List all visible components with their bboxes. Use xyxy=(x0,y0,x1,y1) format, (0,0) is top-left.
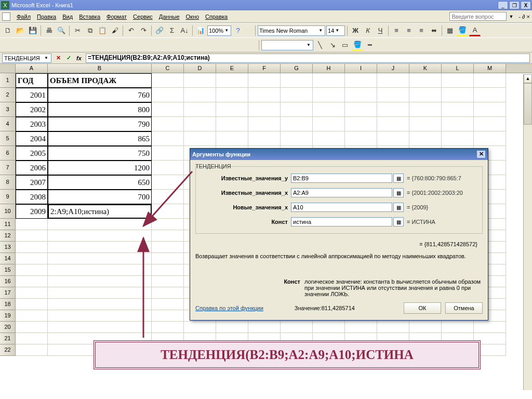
cell[interactable] xyxy=(281,88,313,102)
cell[interactable] xyxy=(16,344,48,356)
menu-view[interactable]: Вид xyxy=(59,12,76,21)
cell[interactable] xyxy=(216,102,248,117)
cell[interactable] xyxy=(442,88,474,102)
cell[interactable] xyxy=(248,102,281,117)
cell[interactable] xyxy=(474,102,506,117)
cell[interactable]: 865 xyxy=(48,131,152,146)
menu-help[interactable]: Справка xyxy=(202,12,231,21)
cell[interactable] xyxy=(248,322,281,333)
row-header[interactable]: 17 xyxy=(0,287,16,299)
cell[interactable] xyxy=(345,88,377,102)
cell[interactable] xyxy=(313,117,345,131)
cell[interactable] xyxy=(377,102,409,117)
cell[interactable] xyxy=(216,88,248,102)
arg-y-input[interactable] xyxy=(291,174,392,183)
row-header[interactable]: 6 xyxy=(0,146,16,161)
cell[interactable] xyxy=(152,264,184,276)
row-header[interactable]: 18 xyxy=(0,299,16,310)
row-header[interactable]: 8 xyxy=(0,175,16,190)
cell[interactable]: 2003 xyxy=(16,117,48,131)
minimize-button[interactable]: _ xyxy=(498,1,508,9)
col-header-I[interactable]: I xyxy=(345,64,377,73)
cell[interactable] xyxy=(16,253,48,264)
new-icon[interactable]: 🗋 xyxy=(2,25,14,36)
menu-file[interactable]: Файл xyxy=(14,12,34,21)
row-header[interactable]: 1 xyxy=(0,73,16,88)
col-header-A[interactable]: A xyxy=(16,64,48,73)
row-header[interactable]: 7 xyxy=(0,161,16,175)
row-header[interactable]: 20 xyxy=(0,322,16,333)
cell[interactable] xyxy=(184,102,216,117)
arg-x-range-icon[interactable]: ▦ xyxy=(393,188,404,197)
cell[interactable] xyxy=(216,73,248,88)
cell[interactable] xyxy=(184,73,216,88)
cell[interactable] xyxy=(345,73,377,88)
menu-service[interactable]: Сервис xyxy=(130,12,156,21)
cell[interactable] xyxy=(16,333,48,344)
arg-y-range-icon[interactable]: ▦ xyxy=(393,174,404,183)
menu-window[interactable]: Окно xyxy=(183,12,203,21)
row-header[interactable]: 13 xyxy=(0,242,16,253)
cell[interactable] xyxy=(152,161,184,175)
cell[interactable] xyxy=(281,131,313,146)
row-header[interactable]: 12 xyxy=(0,230,16,242)
menu-format[interactable]: Формат xyxy=(103,12,130,21)
cell[interactable] xyxy=(152,276,184,287)
arg-const-input[interactable] xyxy=(291,217,392,227)
cell[interactable]: 700 xyxy=(48,190,152,204)
cell[interactable] xyxy=(442,102,474,117)
align-center-icon[interactable]: ≡ xyxy=(403,25,415,36)
menu-data[interactable]: Данные xyxy=(156,12,183,21)
cell[interactable]: 2007 xyxy=(16,175,48,190)
cell[interactable] xyxy=(16,264,48,276)
cell[interactable] xyxy=(442,117,474,131)
col-header-M[interactable]: M xyxy=(474,64,506,73)
undo-icon[interactable]: ↶ xyxy=(125,25,137,36)
cell[interactable] xyxy=(48,299,152,310)
row-header[interactable]: 4 xyxy=(0,117,16,131)
help-icon[interactable]: ? xyxy=(232,25,244,36)
cell[interactable] xyxy=(48,253,152,264)
dialog-help-link[interactable]: Справка по этой функции xyxy=(195,305,263,311)
drawing-line-style-icon[interactable]: ━ xyxy=(364,39,376,51)
cell[interactable] xyxy=(152,102,184,117)
cell[interactable] xyxy=(152,310,184,322)
cell[interactable] xyxy=(377,131,409,146)
scroll-thumb[interactable] xyxy=(524,83,532,125)
cell[interactable] xyxy=(152,73,184,88)
zoom-combo[interactable]: 100%▼ xyxy=(207,25,231,36)
cell[interactable] xyxy=(474,88,506,102)
col-header-B[interactable]: B xyxy=(48,64,152,73)
col-header-K[interactable]: K xyxy=(409,64,442,73)
drawing-shape-combo[interactable]: ▼ xyxy=(261,40,313,50)
dialog-ok-button[interactable]: ОК xyxy=(404,302,441,314)
merge-icon[interactable]: ⬌ xyxy=(428,25,440,36)
cell[interactable]: 760 xyxy=(48,88,152,102)
drawing-rect-icon[interactable]: ▭ xyxy=(339,39,351,51)
cell[interactable] xyxy=(377,322,409,333)
font-combo[interactable]: Times New Roman▼ xyxy=(258,25,325,36)
row-header[interactable]: 10 xyxy=(0,204,16,219)
cell[interactable]: ОБЪЕМ ПРОДАЖ xyxy=(48,73,152,88)
cell[interactable] xyxy=(16,219,48,230)
preview-icon[interactable]: 🔍 xyxy=(56,25,67,36)
name-box[interactable]: ТЕНДЕНЦИЯ▼ xyxy=(2,54,51,63)
cell[interactable] xyxy=(377,73,409,88)
col-header-H[interactable]: H xyxy=(313,64,345,73)
fill-color-icon[interactable]: 🪣 xyxy=(457,25,468,36)
cell[interactable] xyxy=(313,88,345,102)
row-header[interactable]: 11 xyxy=(0,219,16,230)
arg-newx-range-icon[interactable]: ▦ xyxy=(393,203,404,212)
chart-icon[interactable]: 📊 xyxy=(195,25,206,36)
row-header[interactable]: 5 xyxy=(0,131,16,146)
cell[interactable] xyxy=(248,73,281,88)
cell[interactable] xyxy=(16,322,48,333)
select-all-corner[interactable] xyxy=(0,64,16,73)
col-header-L[interactable]: L xyxy=(442,64,474,73)
cell[interactable] xyxy=(48,276,152,287)
cell[interactable] xyxy=(281,117,313,131)
cell[interactable]: ГОД xyxy=(16,73,48,88)
format-painter-icon[interactable]: 🖌 xyxy=(109,25,121,36)
row-header[interactable]: 21 xyxy=(0,333,16,344)
cell[interactable] xyxy=(409,117,442,131)
